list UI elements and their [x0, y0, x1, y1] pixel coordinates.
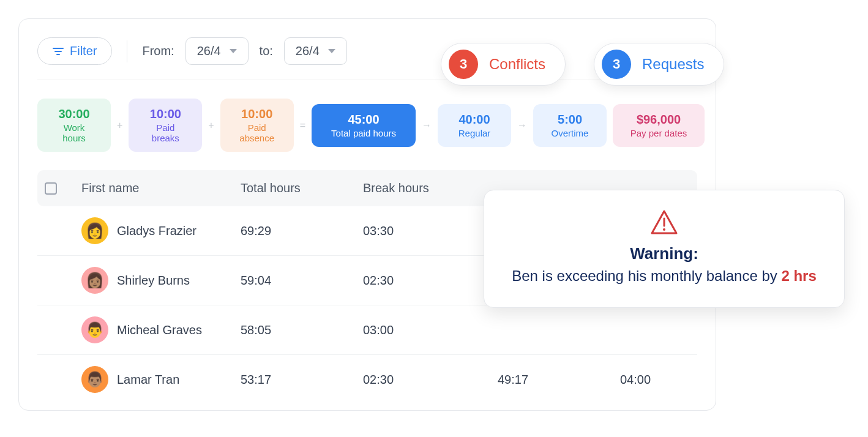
stat-value: $96,000 — [626, 113, 691, 127]
plus-icon: + — [117, 120, 122, 131]
filter-label: Filter — [70, 44, 97, 58]
to-date-value: 26/4 — [296, 44, 320, 58]
employee-name: Micheal Graves — [117, 323, 202, 337]
stat-value: 30:00 — [51, 107, 97, 121]
warning-card: Warning: Ben is exceeding his monthly ba… — [484, 190, 845, 308]
stats-row: 30:00 Work hours + 10:00 Paid breaks + 1… — [37, 99, 697, 152]
avatar: 👨🏽 — [81, 366, 108, 393]
avatar: 👨 — [81, 316, 108, 343]
stat-value: 45:00 — [325, 113, 402, 127]
from-date-select[interactable]: 26/4 — [185, 37, 249, 65]
cell-break: 02:30 — [363, 274, 498, 288]
requests-pill[interactable]: 3 Requests — [594, 43, 724, 86]
requests-count-badge: 3 — [602, 50, 631, 79]
warning-icon — [504, 209, 825, 236]
chevron-down-icon — [328, 49, 335, 53]
warning-text: Ben is exceeding his monthly balance by — [512, 267, 781, 284]
cell-break: 03:00 — [363, 323, 498, 337]
stat-overtime[interactable]: 5:00 Overtime — [533, 104, 607, 147]
cell-total: 53:17 — [241, 373, 363, 387]
select-all-checkbox[interactable] — [45, 182, 57, 195]
from-label: From: — [142, 44, 174, 58]
chevron-down-icon — [230, 49, 237, 53]
arrow-right-icon: → — [422, 120, 432, 131]
stat-label: Overtime — [547, 128, 593, 138]
warning-hours: 2 hrs — [781, 267, 816, 284]
stat-value: 10:00 — [142, 107, 189, 121]
table-row[interactable]: 👨 Micheal Graves 58:05 03:00 — [37, 305, 697, 355]
warning-title: Warning: — [504, 244, 825, 263]
stat-value: 40:00 — [451, 113, 498, 127]
plus-icon: + — [208, 120, 214, 131]
col-first-name[interactable]: First name — [81, 181, 241, 195]
employee-name: Shirley Burns — [117, 274, 190, 288]
stat-label: Paid breaks — [142, 122, 189, 143]
employee-name: Lamar Tran — [117, 373, 179, 387]
stat-label: Total paid hours — [325, 128, 402, 138]
col-break-hours[interactable]: Break hours — [363, 181, 498, 195]
cell-total: 69:29 — [241, 224, 363, 238]
stat-value: 10:00 — [234, 107, 280, 121]
to-date-select[interactable]: 26/4 — [284, 37, 347, 65]
stat-label: Paid absence — [234, 122, 280, 143]
stat-total-paid-hours[interactable]: 45:00 Total paid hours — [312, 104, 416, 147]
stat-paid-absence[interactable]: 10:00 Paid absence — [220, 99, 294, 152]
stat-label: Regular — [451, 128, 498, 138]
avatar: 👩🏽 — [81, 267, 108, 294]
to-label: to: — [260, 44, 273, 58]
cell-4: 49:17 — [498, 373, 620, 387]
from-date-value: 26/4 — [197, 44, 221, 58]
table-row[interactable]: 👨🏽 Lamar Tran 53:17 02:30 49:17 04:00 — [37, 355, 697, 404]
requests-label: Requests — [642, 56, 704, 73]
stat-work-hours[interactable]: 30:00 Work hours — [37, 99, 111, 152]
cell-total: 59:04 — [241, 274, 363, 288]
stat-value: 5:00 — [547, 113, 593, 127]
filter-button[interactable]: Filter — [37, 37, 112, 65]
filter-icon — [53, 47, 64, 56]
stat-regular[interactable]: 40:00 Regular — [438, 104, 511, 147]
arrow-right-icon: → — [517, 120, 527, 131]
divider — [127, 40, 127, 62]
conflicts-label: Conflicts — [489, 56, 545, 73]
stat-label: Pay per dates — [626, 128, 691, 138]
avatar: 👩 — [81, 217, 108, 244]
stat-pay-per-dates[interactable]: $96,000 Pay per dates — [613, 104, 705, 147]
conflicts-count-badge: 3 — [449, 50, 478, 79]
equals-icon: = — [300, 120, 305, 131]
warning-body: Ben is exceeding his monthly balance by … — [504, 266, 825, 286]
stat-label: Work hours — [51, 122, 97, 143]
svg-point-4 — [663, 228, 665, 231]
cell-break: 03:30 — [363, 224, 498, 238]
col-total-hours[interactable]: Total hours — [241, 181, 363, 195]
cell-5: 04:00 — [620, 373, 706, 387]
conflicts-pill[interactable]: 3 Conflicts — [441, 43, 566, 86]
employee-name: Gladys Frazier — [117, 224, 196, 238]
cell-total: 58:05 — [241, 323, 363, 337]
cell-break: 02:30 — [363, 373, 498, 387]
stat-paid-breaks[interactable]: 10:00 Paid breaks — [129, 99, 202, 152]
